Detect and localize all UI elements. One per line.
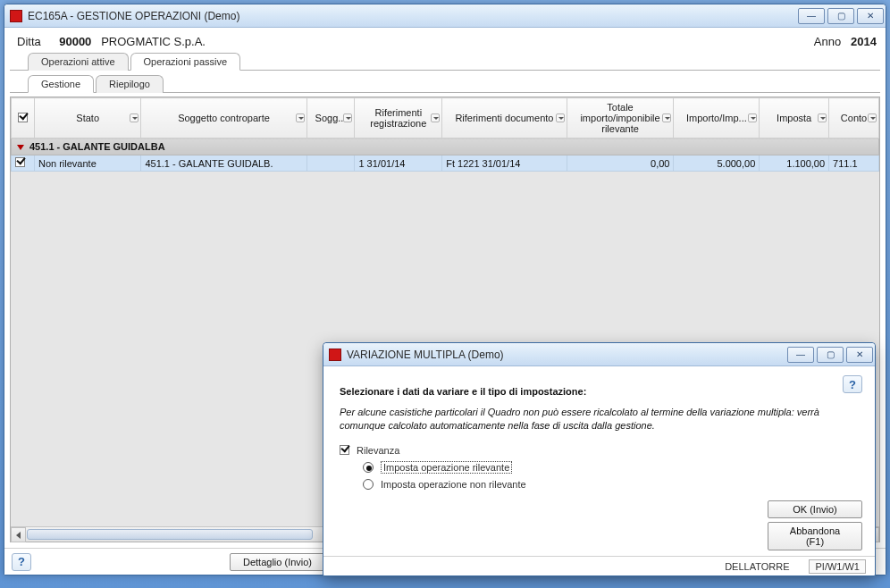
dropdown-icon[interactable] (343, 113, 352, 122)
dialog-heading: Selezionare i dati da variare e il tipo … (340, 386, 859, 397)
dropdown-icon[interactable] (296, 113, 305, 122)
header-row: Ditta 90000 PROGMATIC S.p.A. Anno 2014 (4, 28, 886, 52)
dialog-statusbar: DELLATORRE PI/W1/W1 (323, 556, 875, 575)
dialog-close-button[interactable]: ✕ (846, 347, 873, 363)
radio-rilevante[interactable] (363, 462, 374, 473)
col-rif-doc[interactable]: Riferimenti documento (442, 98, 567, 139)
cell-importo: 5.000,00 (674, 155, 760, 172)
cell-rif-reg: 1 31/01/14 (355, 155, 442, 172)
help-button[interactable]: ? (12, 553, 31, 571)
cell-stato: Non rilevante (34, 155, 141, 172)
app-icon (10, 10, 22, 22)
ditta-name: PROGMATIC S.p.A. (101, 35, 206, 48)
main-title: EC165A - GESTIONE OPERAZIONI (Demo) (28, 10, 798, 22)
dialog-minimize-button[interactable]: — (787, 347, 814, 363)
ditta-code: 90000 (59, 35, 91, 48)
tab-operazioni-attive[interactable]: Operazioni attive (28, 53, 129, 71)
col-check[interactable] (12, 98, 35, 139)
rilevanza-checkbox[interactable] (340, 445, 349, 455)
tab-riepilogo[interactable]: Riepilogo (96, 75, 164, 93)
cancel-button[interactable]: Abbandona (F1) (768, 522, 862, 550)
dialog-note: Per alcune casistiche particolari il Qua… (340, 406, 859, 433)
status-user: DELLATORRE (725, 561, 789, 572)
cell-conto: 711.1 (829, 155, 879, 172)
col-sogg2[interactable]: Sogg... (306, 98, 355, 139)
dropdown-icon[interactable] (662, 113, 671, 122)
main-titlebar[interactable]: EC165A - GESTIONE OPERAZIONI (Demo) — ▢ … (4, 4, 886, 28)
tab-gestione[interactable]: Gestione (28, 75, 94, 93)
dettaglio-button[interactable]: Dettaglio (Invio) (230, 553, 325, 571)
tabs-top: Operazioni attive Operazioni passive (10, 52, 880, 71)
cell-imposta: 1.100,00 (760, 155, 829, 172)
group-row[interactable]: 451.1 - GALANTE GUIDALBA (12, 139, 879, 155)
col-rif-reg[interactable]: Riferimenti registrazione (355, 98, 442, 139)
dropdown-icon[interactable] (431, 113, 440, 122)
cell-sogg2 (306, 155, 355, 172)
dropdown-icon[interactable] (556, 113, 565, 122)
radio-non-rilevante-label[interactable]: Imposta operazione non rilevante (381, 479, 526, 490)
grid-header-row: Stato Soggetto controparte Sogg... Rifer… (12, 98, 879, 139)
radio-rilevante-label[interactable]: Imposta operazione rilevante (381, 461, 512, 474)
dialog-titlebar[interactable]: VARIAZIONE MULTIPLA (Demo) — ▢ ✕ (323, 343, 875, 366)
ditta-label: Ditta (17, 35, 41, 48)
dropdown-icon[interactable] (818, 113, 827, 122)
table-row[interactable]: Non rilevante 451.1 - GALANTE GUIDALB. 1… (12, 155, 879, 172)
col-totale[interactable]: Totale importo/imponibile rilevante (567, 98, 674, 139)
close-button[interactable]: ✕ (857, 8, 884, 24)
dialog-title: VARIAZIONE MULTIPLA (Demo) (347, 349, 787, 361)
col-importo[interactable]: Importo/Imp... (674, 98, 760, 139)
col-stato[interactable]: Stato (34, 98, 141, 139)
dialog-help-button[interactable]: ? (843, 375, 862, 393)
col-imposta[interactable]: Imposta (760, 98, 829, 139)
anno-value: 2014 (851, 35, 877, 48)
maximize-button[interactable]: ▢ (827, 8, 854, 24)
status-loc: PI/W1/W1 (809, 559, 866, 574)
cell-totale: 0,00 (567, 155, 674, 172)
col-conto[interactable]: Conto (829, 98, 879, 139)
rilevanza-label: Rilevanza (357, 445, 399, 456)
cell-soggetto: 451.1 - GALANTE GUIDALB. (141, 155, 306, 172)
cell-rif-doc: Ft 1221 31/01/14 (442, 155, 567, 172)
minimize-button[interactable]: — (798, 8, 825, 24)
tab-operazioni-passive[interactable]: Operazioni passive (130, 53, 241, 71)
group-label: 451.1 - GALANTE GUIDALBA (29, 141, 165, 152)
dropdown-icon[interactable] (748, 113, 757, 122)
dropdown-icon[interactable] (130, 113, 139, 122)
group-collapse-icon[interactable] (17, 145, 24, 150)
grid: Stato Soggetto controparte Sogg... Rifer… (11, 97, 879, 172)
app-icon (329, 349, 341, 361)
radio-non-rilevante[interactable] (363, 479, 374, 490)
tabs-sub: Gestione Riepilogo (10, 74, 880, 93)
header-checkbox[interactable] (18, 113, 28, 122)
anno-label: Anno (814, 35, 841, 48)
scroll-thumb[interactable] (27, 529, 313, 540)
dialog-variazione-multipla: VARIAZIONE MULTIPLA (Demo) — ▢ ✕ ? Selez… (323, 342, 876, 576)
col-soggetto[interactable]: Soggetto controparte (141, 98, 306, 139)
row-checkbox[interactable] (15, 157, 25, 167)
dialog-maximize-button[interactable]: ▢ (817, 347, 844, 363)
dropdown-icon[interactable] (868, 113, 877, 122)
ok-button[interactable]: OK (Invio) (768, 500, 862, 518)
scroll-left-button[interactable] (11, 527, 26, 542)
